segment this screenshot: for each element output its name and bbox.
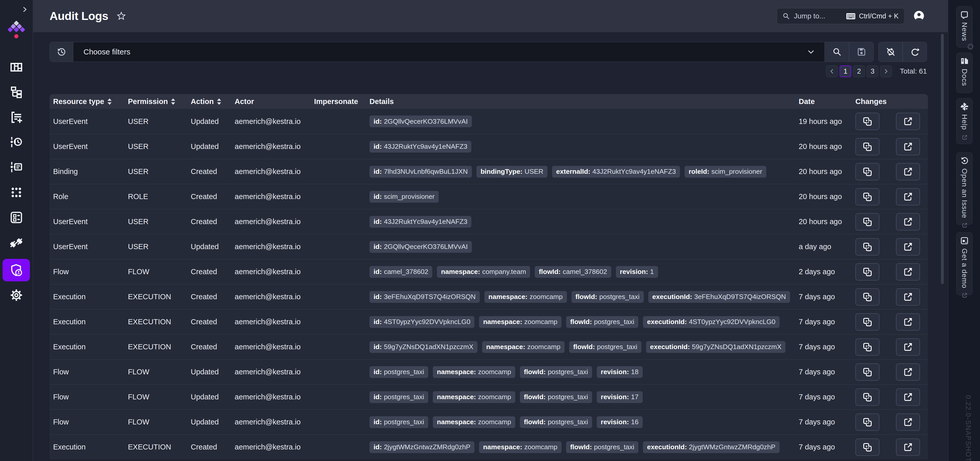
- sidebar-item-iam-audit-logs[interactable]: [0, 258, 33, 282]
- user-avatar[interactable]: [913, 11, 924, 21]
- sidebar-item-apps[interactable]: [0, 180, 33, 205]
- open-resource-button[interactable]: [896, 138, 920, 155]
- view-changes-button[interactable]: [855, 388, 880, 406]
- chevron-down-icon[interactable]: [807, 48, 815, 56]
- column-header-permission[interactable]: Permission: [128, 97, 191, 106]
- detail-badge: executionId:59g7yZNsDQ1adXN1pzczmX: [646, 341, 786, 353]
- jump-to-search[interactable]: Jump to... Ctrl/Cmd + K: [777, 8, 904, 24]
- open-resource-button[interactable]: [896, 188, 920, 206]
- docs-icon: [960, 57, 969, 65]
- column-header-action[interactable]: Action: [191, 97, 235, 106]
- cell-resource-type: Execution: [53, 293, 128, 301]
- tab-label: Docs: [960, 69, 969, 86]
- view-changes-button[interactable]: [855, 188, 880, 206]
- view-changes-button[interactable]: [855, 138, 880, 155]
- filter-save-button[interactable]: [849, 42, 873, 62]
- keyboard-icon: [846, 13, 855, 19]
- sidebar-item-blueprints[interactable]: [0, 205, 33, 230]
- open-resource-button[interactable]: [896, 313, 920, 331]
- right-tab-help[interactable]: Help: [956, 98, 973, 144]
- open-resource-button[interactable]: [896, 364, 920, 381]
- cell-resource-type: Flow: [53, 368, 128, 376]
- open-resource-button[interactable]: [896, 213, 920, 231]
- cell-resource-type: Flow: [53, 393, 128, 401]
- view-changes-button[interactable]: [855, 163, 880, 180]
- column-header-changes: Changes: [855, 97, 928, 106]
- cell-details: id:camel_378602namespace:company.teamflo…: [369, 266, 799, 278]
- detail-badge: namespace:zoomcamp: [433, 391, 515, 403]
- column-label: Resource type: [53, 97, 104, 106]
- filter-history-button[interactable]: [50, 42, 73, 62]
- cell-changes: [855, 138, 928, 155]
- favorite-star-icon[interactable]: [116, 11, 126, 21]
- view-changes-button[interactable]: [855, 439, 880, 456]
- sort-icon[interactable]: [107, 98, 112, 105]
- scrollbar[interactable]: [941, 34, 944, 284]
- cell-date: a day ago: [799, 242, 855, 251]
- sidebar-item-plugins[interactable]: [0, 230, 33, 255]
- table-row: UserEventUSERUpdatedaemerich@kestra.ioid…: [49, 234, 928, 259]
- sidebar-item-namespaces[interactable]: [0, 155, 33, 180]
- view-changes-button[interactable]: [855, 338, 880, 356]
- right-tab-open-an-issue[interactable]: Open an Issue: [956, 152, 973, 225]
- kestra-logo[interactable]: [3, 20, 29, 40]
- view-changes-button[interactable]: [855, 413, 880, 431]
- table-row: UserEventUSERUpdatedaemerich@kestra.ioid…: [49, 134, 928, 159]
- pagination-next-button[interactable]: [880, 65, 892, 77]
- cell-details: id:postgres_taxinamespace:zoomcampflowId…: [369, 416, 799, 428]
- cell-actor: aemerich@kestra.io: [235, 242, 314, 251]
- open-resource-button[interactable]: [896, 163, 920, 180]
- toggle-chart-off-button[interactable]: [879, 42, 903, 62]
- pagination-page-1[interactable]: 1: [840, 65, 851, 77]
- sync-off-icon: [886, 47, 896, 57]
- cell-changes: [855, 364, 928, 381]
- cell-resource-type: Execution: [53, 443, 128, 451]
- external-link-icon: [962, 130, 967, 140]
- table-row: FlowFLOWUpdatedaemerich@kestra.ioid:post…: [49, 409, 928, 434]
- right-tab-get-a-demo[interactable]: Get a demo: [956, 232, 973, 295]
- open-resource-button[interactable]: [896, 263, 920, 281]
- pagination-page-3[interactable]: 3: [867, 65, 878, 77]
- open-resource-button[interactable]: [896, 338, 920, 356]
- cell-actor: aemerich@kestra.io: [235, 142, 314, 151]
- sidebar-item-flows[interactable]: [0, 80, 33, 105]
- open-resource-button[interactable]: [896, 439, 920, 456]
- pagination-prev-button[interactable]: [826, 65, 838, 77]
- sort-icon[interactable]: [217, 98, 221, 105]
- filter-input[interactable]: Choose filters: [73, 42, 824, 62]
- detail-badge: revision:18: [597, 366, 643, 378]
- cell-details: id:59g7yZNsDQ1adXN1pzczmXnamespace:zoomc…: [369, 341, 799, 353]
- pagination-page-2[interactable]: 2: [853, 65, 865, 77]
- view-changes-button[interactable]: [855, 213, 880, 231]
- view-changes-button[interactable]: [855, 238, 880, 255]
- column-header-resource-type[interactable]: Resource type: [53, 97, 128, 106]
- detail-badge: id:3eFEhuXqD9TS7Q4izORSQN: [369, 291, 480, 303]
- open-resource-button[interactable]: [896, 288, 920, 306]
- view-changes-button[interactable]: [855, 113, 880, 130]
- namespaces-icon: [10, 161, 22, 173]
- detail-badge: namespace:zoomcamp: [482, 341, 565, 353]
- filter-search-button[interactable]: [824, 42, 849, 62]
- open-resource-button[interactable]: [896, 388, 920, 406]
- cell-action: Created: [191, 167, 235, 176]
- sidebar-collapse-chevron-icon[interactable]: [21, 6, 28, 13]
- right-tab-news[interactable]: News: [956, 6, 973, 48]
- view-changes-button[interactable]: [855, 263, 880, 281]
- open-resource-button[interactable]: [896, 238, 920, 255]
- right-tab-docs[interactable]: Docs: [956, 53, 973, 93]
- sidebar-item-executions[interactable]: [0, 105, 33, 130]
- detail-badge: flowId:postgres_taxi: [520, 416, 592, 428]
- refresh-button[interactable]: [903, 42, 927, 62]
- search-icon: [833, 48, 842, 56]
- sidebar-item-settings[interactable]: [0, 282, 33, 308]
- view-changes-button[interactable]: [855, 364, 880, 381]
- sidebar-item-dashboard[interactable]: [0, 55, 33, 80]
- view-changes-button[interactable]: [855, 313, 880, 331]
- open-resource-button[interactable]: [896, 413, 920, 431]
- sidebar-item-logs[interactable]: [0, 130, 33, 155]
- cell-action: Updated: [191, 117, 235, 126]
- view-changes-button[interactable]: [855, 288, 880, 306]
- sort-icon[interactable]: [171, 98, 175, 105]
- open-resource-button[interactable]: [896, 113, 920, 130]
- cell-permission: FLOW: [128, 418, 191, 426]
